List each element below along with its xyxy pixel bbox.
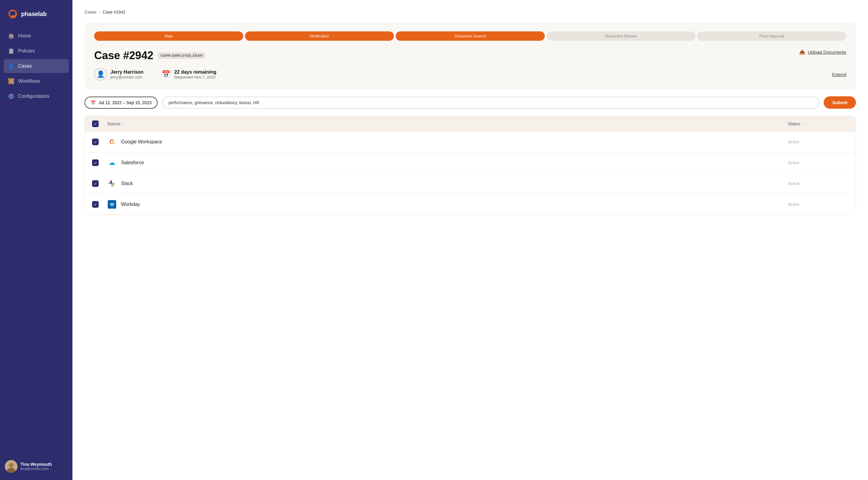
cases-icon: 👤 (8, 63, 14, 69)
row-status-google: Active (788, 140, 848, 144)
upload-icon: 📤 (799, 49, 805, 55)
case-tag: GDPR EMPLOYEE DSAR (158, 52, 206, 59)
slack-logo (107, 179, 117, 188)
table-row: ✓ Slack Active (85, 173, 856, 194)
extend-button[interactable]: Extend (832, 72, 846, 77)
breadcrumb: Cases › Case #2942 (85, 10, 856, 14)
date-range-calendar-icon: 📅 (91, 100, 96, 105)
row-status-salesforce: Active (788, 160, 848, 165)
row-checkbox-salesforce: ✓ (92, 159, 107, 166)
th-status: Status ↓ (788, 121, 848, 126)
source-sort-icon[interactable]: ↓ (122, 122, 124, 126)
sidebar-item-home[interactable]: 🏠 Home (4, 29, 69, 43)
search-row: 📅 Jul 12, 2022 – Sep 15, 2023 Submit (85, 96, 856, 109)
home-icon: 🏠 (8, 33, 14, 39)
deadline-days: 22 days remaining (174, 69, 216, 75)
person-email: jerry@zombo.com (111, 75, 143, 80)
sidebar-item-label-configurations: Configurations (18, 94, 49, 99)
person-details: Jerry Harrison jerry@zombo.com (111, 69, 143, 80)
svg-rect-8 (111, 185, 114, 186)
person-name: Jerry Harrison (111, 69, 143, 75)
row-checkbox-workday: ✓ (92, 201, 107, 208)
submit-button[interactable]: Submit (824, 96, 856, 109)
step-document-review[interactable]: Document Review (547, 31, 696, 41)
avatar-image (5, 460, 18, 473)
status-sort-icon[interactable]: ↓ (802, 122, 803, 126)
svg-rect-4 (110, 181, 112, 183)
case-deadline: 📅 22 days remaining Requested Nov 7, 202… (161, 69, 216, 80)
app-name: phaselab (21, 10, 46, 18)
row-status-slack: Active (788, 181, 848, 186)
sidebar-item-policies[interactable]: 📋 Policies (4, 44, 69, 58)
step-document-review-label: Document Review (605, 34, 637, 38)
calendar-icon: 📅 (161, 70, 170, 79)
source-name-workday: Workday (121, 202, 140, 207)
step-document-search[interactable]: Document Search (396, 31, 545, 41)
breadcrumb-separator: › (99, 10, 100, 14)
deadline-details: 22 days remaining Requested Nov 7, 2023 (174, 69, 216, 80)
sidebar-item-cases[interactable]: 👤 Cases (4, 59, 69, 73)
sidebar: phaselab 🏠 Home 📋 Policies 👤 Cases 🔀 Wor… (0, 0, 72, 480)
svg-point-1 (9, 463, 13, 468)
main-content: Cases › Case #2942 New Verification Docu… (72, 0, 868, 480)
checkbox-slack[interactable]: ✓ (92, 180, 99, 187)
step-new[interactable]: New (94, 31, 243, 41)
table-row: ✓ ☁ Salesforce Active (85, 152, 856, 173)
row-checkbox-slack: ✓ (92, 180, 107, 187)
breadcrumb-cases-link[interactable]: Cases (85, 10, 97, 14)
configurations-icon: ⚙️ (8, 93, 14, 100)
case-title: Case #2942 (94, 49, 153, 62)
google-logo: G (107, 137, 117, 147)
source-name-google: Google Workspace (121, 139, 162, 145)
row-source-google: G Google Workspace (107, 137, 788, 147)
case-info-row: 👤 Jerry Harrison jerry@zombo.com 📅 22 da… (94, 68, 846, 81)
th-source-label: Source (107, 121, 120, 126)
upload-documents-button[interactable]: 📤 Upload Documents (799, 49, 846, 55)
upload-documents-label: Upload Documents (808, 50, 846, 55)
table-row: ✓ G Google Workspace Active (85, 131, 856, 152)
row-checkbox-google: ✓ (92, 139, 107, 145)
step-new-label: New (165, 34, 173, 38)
step-document-search-label: Document Search (455, 34, 486, 38)
svg-rect-9 (114, 183, 115, 185)
svg-rect-7 (108, 183, 110, 184)
sidebar-item-label-home: Home (18, 33, 31, 39)
date-range-button[interactable]: 📅 Jul 12, 2022 – Sep 15, 2023 (85, 97, 158, 109)
checkbox-workday[interactable]: ✓ (92, 201, 99, 208)
salesforce-logo: ☁ (107, 158, 117, 168)
source-name-salesforce: Salesforce (121, 160, 144, 166)
row-source-workday: W Workday (107, 200, 788, 209)
source-name-slack: Slack (121, 181, 133, 186)
step-final-approval[interactable]: Final Approval (697, 31, 846, 41)
case-header: Case #2942 GDPR EMPLOYEE DSAR 📤 Upload D… (94, 49, 846, 62)
checkbox-google[interactable]: ✓ (92, 139, 99, 145)
date-range-label: Jul 12, 2022 – Sep 15, 2023 (99, 100, 152, 105)
sidebar-item-label-cases: Cases (18, 63, 32, 69)
workflows-icon: 🔀 (8, 78, 14, 85)
sidebar-footer: Tina Weymouth tina@zombo.com (0, 454, 72, 480)
row-source-salesforce: ☁ Salesforce (107, 158, 788, 168)
user-email: tina@zombo.com (21, 467, 52, 471)
person-icon: 👤 (94, 68, 107, 81)
sources-table: ✓ Source ↓ Status ↓ ✓ G Google Workspace (85, 116, 856, 215)
phaselab-logo-icon (7, 8, 18, 19)
case-card: New Verification Document Search Documen… (85, 23, 856, 89)
step-final-approval-label: Final Approval (760, 34, 784, 38)
select-all-checkbox[interactable]: ✓ (92, 120, 99, 127)
policies-icon: 📋 (8, 48, 14, 54)
sidebar-nav: 🏠 Home 📋 Policies 👤 Cases 🔀 Workflows ⚙️… (0, 29, 72, 454)
sidebar-item-workflows[interactable]: 🔀 Workflows (4, 74, 69, 88)
keywords-input[interactable] (168, 100, 813, 105)
avatar (5, 460, 18, 473)
deadline-requested: Requested Nov 7, 2023 (174, 75, 216, 80)
row-source-slack: Slack (107, 179, 788, 188)
sidebar-item-configurations[interactable]: ⚙️ Configurations (4, 89, 69, 103)
progress-steps: New Verification Document Search Documen… (94, 31, 846, 41)
logo: phaselab (0, 0, 72, 29)
checkbox-salesforce[interactable]: ✓ (92, 159, 99, 166)
case-title-row: Case #2942 GDPR EMPLOYEE DSAR (94, 49, 206, 62)
th-status-label: Status (788, 121, 800, 126)
breadcrumb-current: Case #2942 (103, 10, 126, 14)
step-verification[interactable]: Verification (245, 31, 394, 41)
user-name: Tina Weymouth (21, 462, 52, 467)
